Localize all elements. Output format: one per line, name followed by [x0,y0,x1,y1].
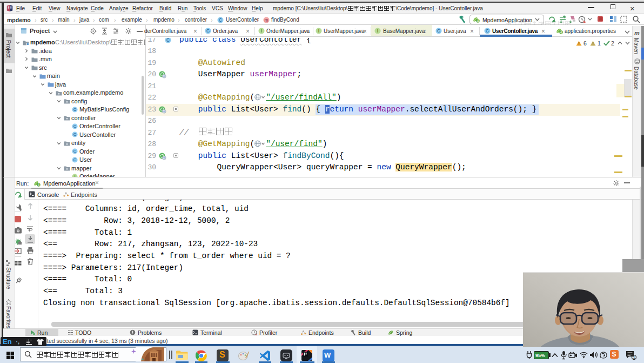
svg-text:I: I [318,28,319,34]
svg-text:4: 4 [477,19,479,23]
svg-text:m: m [265,17,269,23]
svg-text:I: I [377,28,378,34]
svg-text:C: C [73,132,77,137]
svg-text:C: C [437,28,440,34]
svg-text:1: 1 [633,355,635,360]
svg-text:C: C [206,28,210,34]
svg-text:C: C [73,149,77,154]
svg-text:C: C [73,124,77,129]
svg-text:C: C [219,17,222,23]
svg-text:C: C [73,157,77,162]
svg-text:C: C [73,107,77,112]
svg-text:C: C [486,28,489,34]
svg-text:C: C [166,38,170,43]
svg-text:4: 4 [560,30,562,34]
svg-text:I: I [261,28,262,34]
svg-text:4: 4 [38,183,40,187]
